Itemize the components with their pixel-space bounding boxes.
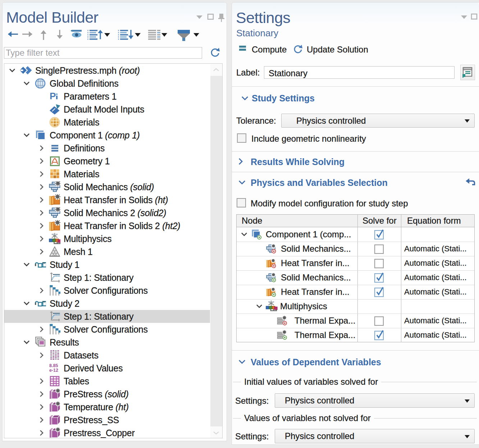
svg-text:P: P — [50, 91, 56, 101]
svg-text:e-12: e-12 — [49, 368, 58, 373]
svg-text:8.85: 8.85 — [49, 363, 58, 368]
